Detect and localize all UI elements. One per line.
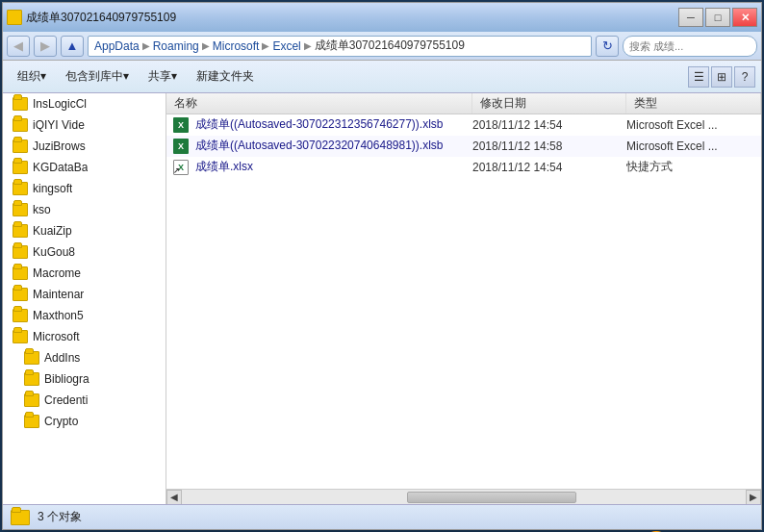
address-bar: ◀ ▶ ▲ AppData ▶ Roaming ▶ Microsoft ▶ Ex… xyxy=(3,32,761,61)
table-row[interactable]: X 成绩单((Autosaved-307022320740648981)).xl… xyxy=(166,136,761,157)
window-icon xyxy=(7,10,22,25)
share-button[interactable]: 共享▾ xyxy=(140,64,186,89)
file-icon-cell: X xyxy=(166,117,195,133)
status-bar: 3 个对象 xyxy=(3,504,761,529)
sidebar-item-crypto[interactable]: Crypto xyxy=(3,411,166,432)
folder-icon xyxy=(13,118,28,132)
organize-button[interactable]: 组织▾ xyxy=(9,64,55,89)
folder-icon xyxy=(13,203,28,216)
file-name: 成绩单((Autosaved-307022320740648981)).xlsb xyxy=(195,138,472,154)
table-row[interactable]: X 成绩单((Autosaved-307022312356746277)).xl… xyxy=(166,114,761,136)
folder-icon xyxy=(24,393,39,407)
sidebar: InsLogicCl iQIYI Vide JuziBrows KGDataBa… xyxy=(3,93,166,504)
file-area: 名称 修改日期 类型 X 成绩单((Autosaved-307022312356… xyxy=(166,93,761,504)
sidebar-item-maint[interactable]: Maintenar xyxy=(3,284,166,305)
explorer-window: 成绩单307021640979755109 ─ □ ✕ ◀ ▶ ▲ AppDat… xyxy=(2,2,762,530)
breadcrumb[interactable]: AppData ▶ Roaming ▶ Microsoft ▶ Excel ▶ … xyxy=(88,36,592,57)
file-name: 成绩单((Autosaved-307022312356746277)).xlsb xyxy=(195,116,472,133)
refresh-icon: ↻ xyxy=(602,38,613,53)
sidebar-item-biblio[interactable]: Bibliogra xyxy=(3,368,166,390)
file-type: 快捷方式 xyxy=(626,159,761,175)
sidebar-item-inslogic[interactable]: InsLogicCl xyxy=(3,93,166,114)
breadcrumb-microsoft[interactable]: Microsoft xyxy=(213,39,260,53)
excel-icon: X xyxy=(173,117,189,133)
help-icon: ? xyxy=(742,70,749,84)
folder-icon xyxy=(13,161,28,174)
back-button[interactable]: ◀ xyxy=(7,36,30,57)
sidebar-item-juzi[interactable]: JuziBrows xyxy=(3,136,166,157)
breadcrumb-sep-1: ▶ xyxy=(142,40,150,51)
table-row[interactable]: X ↗ 成绩单.xlsx 2018/11/12 14:54 快捷方式 xyxy=(166,157,761,178)
minimize-button[interactable]: ─ xyxy=(678,8,703,27)
main-area: InsLogicCl iQIYI Vide JuziBrows KGDataBa… xyxy=(3,93,761,504)
refresh-button[interactable]: ↻ xyxy=(596,36,619,57)
horizontal-scrollbar[interactable]: ◀ ▶ xyxy=(166,489,761,504)
search-input[interactable] xyxy=(629,40,762,52)
grid-view-button[interactable]: ⊞ xyxy=(711,66,732,88)
scroll-thumb[interactable] xyxy=(407,492,576,503)
sidebar-item-kingsoft[interactable]: kingsoft xyxy=(3,178,166,199)
file-name: 成绩单.xlsx xyxy=(195,159,472,175)
maximize-button[interactable]: □ xyxy=(705,8,730,27)
close-button[interactable]: ✕ xyxy=(732,8,757,27)
scroll-track[interactable] xyxy=(182,490,746,505)
file-date: 2018/11/12 14:54 xyxy=(472,118,626,132)
sidebar-item-microsoft[interactable]: Microsoft xyxy=(3,326,166,347)
file-list: X 成绩单((Autosaved-307022312356746277)).xl… xyxy=(166,114,761,489)
col-type-header[interactable]: 类型 xyxy=(626,93,761,114)
breadcrumb-excel[interactable]: Excel xyxy=(272,39,300,53)
folder-icon xyxy=(13,266,28,280)
sidebar-item-maxthon[interactable]: Maxthon5 xyxy=(3,305,166,326)
window-controls: ─ □ ✕ xyxy=(678,8,757,27)
folder-icon xyxy=(13,139,28,153)
file-type: Microsoft Excel ... xyxy=(626,139,761,153)
include-button[interactable]: 包含到库中▾ xyxy=(57,64,138,89)
col-date-header[interactable]: 修改日期 xyxy=(472,93,626,114)
window-title: 成绩单307021640979755109 xyxy=(26,10,678,26)
new-folder-button[interactable]: 新建文件夹 xyxy=(188,64,263,89)
title-bar: 成绩单307021640979755109 ─ □ ✕ xyxy=(3,3,761,32)
breadcrumb-sep-2: ▶ xyxy=(202,40,210,51)
sidebar-item-kugou[interactable]: KuGou8 xyxy=(3,241,166,263)
breadcrumb-sep-4: ▶ xyxy=(304,40,312,51)
sidebar-item-addins[interactable]: AddIns xyxy=(3,347,166,368)
file-icon-cell: X xyxy=(166,139,195,154)
forward-button[interactable]: ▶ xyxy=(34,36,57,57)
folder-icon xyxy=(13,245,28,259)
column-header: 名称 修改日期 类型 xyxy=(166,93,761,114)
folder-icon xyxy=(13,330,28,343)
file-date: 2018/11/12 14:58 xyxy=(472,139,626,153)
list-view-button[interactable]: ☰ xyxy=(688,66,709,88)
breadcrumb-sep-3: ▶ xyxy=(262,40,269,51)
help-button[interactable]: ? xyxy=(734,66,755,88)
col-name-header[interactable]: 名称 xyxy=(166,93,472,114)
breadcrumb-appdata[interactable]: AppData xyxy=(94,39,140,53)
sidebar-item-macro[interactable]: Macrome xyxy=(3,263,166,284)
view-buttons: ☰ ⊞ ? xyxy=(688,66,755,88)
folder-icon xyxy=(13,288,28,301)
scroll-left-button[interactable]: ◀ xyxy=(166,490,182,505)
sidebar-item-kuaizip[interactable]: KuaiZip xyxy=(3,220,166,241)
grid-view-icon: ⊞ xyxy=(717,70,726,84)
file-icon-cell: X ↗ xyxy=(166,160,195,175)
breadcrumb-current: 成绩单307021640979755109 xyxy=(315,38,465,54)
status-count: 3 个对象 xyxy=(38,509,82,525)
folder-icon xyxy=(13,97,28,111)
up-button[interactable]: ▲ xyxy=(61,36,84,57)
folder-icon xyxy=(13,182,28,195)
breadcrumb-roaming[interactable]: Roaming xyxy=(153,39,199,53)
scroll-right-button[interactable]: ▶ xyxy=(746,490,761,505)
folder-icon xyxy=(24,372,39,386)
forward-icon: ▶ xyxy=(40,38,50,53)
toolbar: 组织▾ 包含到库中▾ 共享▾ 新建文件夹 ☰ ⊞ ? xyxy=(3,61,761,93)
file-date: 2018/11/12 14:54 xyxy=(472,161,626,174)
back-icon: ◀ xyxy=(13,38,23,53)
sidebar-item-kso[interactable]: kso xyxy=(3,199,166,220)
status-folder-icon xyxy=(11,510,30,525)
shortcut-icon: X ↗ xyxy=(173,160,189,175)
sidebar-item-kgdata[interactable]: KGDataBa xyxy=(3,157,166,178)
excel-icon: X xyxy=(173,139,189,154)
sidebar-item-iqiyi[interactable]: iQIYI Vide xyxy=(3,114,166,136)
sidebar-item-cred[interactable]: Credenti xyxy=(3,390,166,411)
shortcut-arrow-icon: ↗ xyxy=(173,166,180,175)
